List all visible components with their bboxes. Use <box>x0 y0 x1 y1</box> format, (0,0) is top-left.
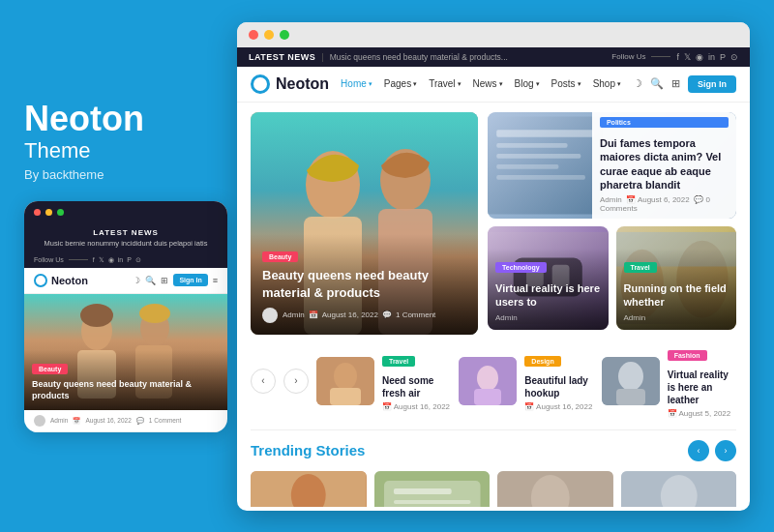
featured-article-overlay: Beauty Beauty queens need beauty materia… <box>251 234 478 334</box>
browser-content: LATEST NEWS | Music queens need beauty m… <box>237 47 750 507</box>
svg-rect-40 <box>393 488 451 494</box>
navbar-moon-icon[interactable]: ☽ <box>633 77 642 90</box>
trending-prev-button[interactable]: ‹ <box>688 440 709 461</box>
mobile-latest-text: Music bernie nonummy incididunt duis pel… <box>34 239 218 248</box>
featured-badge: Beauty <box>262 251 298 262</box>
small-article-3-title: Virtual reality is here an leather <box>668 369 736 406</box>
site-navbar: Neoton Home ▾ Pages ▾ Travel ▾ News ▾ Bl… <box>237 67 750 103</box>
linkedin-icon[interactable]: in <box>118 256 123 264</box>
mobile-comment-icon: 💬 <box>136 417 144 425</box>
mobile-follow-row: Follow Us f 𝕏 ◉ in P ⊙ <box>24 252 227 268</box>
topbar-linkedin-icon[interactable]: in <box>708 52 715 62</box>
main-content: Beauty Beauty queens need beauty materia… <box>237 103 750 507</box>
right-article-2-overlay: Technology Virtual reality is here users… <box>488 249 609 330</box>
nav-posts[interactable]: Posts ▾ <box>551 78 581 89</box>
mobile-dot-yellow <box>45 209 52 216</box>
ra1-date: August 6, 2022 <box>638 195 690 204</box>
facebook-icon[interactable]: f <box>93 256 95 264</box>
signin-button[interactable]: Sign In <box>688 75 736 93</box>
site-topbar: LATEST NEWS | Music queens need beauty m… <box>237 47 750 67</box>
nav-travel[interactable]: Travel ▾ <box>429 78 461 89</box>
twitter-icon[interactable]: 𝕏 <box>99 256 104 264</box>
topbar-latest-label: LATEST NEWS <box>249 52 315 62</box>
shop-caret-icon: ▾ <box>617 80 621 88</box>
prev-arrow-button[interactable]: ‹ <box>251 369 276 394</box>
ra1-admin: Admin <box>600 195 622 204</box>
next-arrow-button[interactable]: › <box>283 369 309 394</box>
blog-caret-icon: ▾ <box>536 80 540 88</box>
small-article-2[interactable]: Design Beautiful lady hookup 📅 August 16… <box>459 350 593 411</box>
nav-news[interactable]: News ▾ <box>473 78 503 89</box>
navbar-grid-icon[interactable]: ⊞ <box>671 77 680 90</box>
featured-avatar <box>262 308 278 323</box>
site-nav-links: Home ▾ Pages ▾ Travel ▾ News ▾ Blog ▾ Po… <box>341 78 621 89</box>
mobile-badge: Beauty <box>32 364 68 374</box>
right-articles-column: Politics Dui fames tempora maiores dicta… <box>488 112 736 335</box>
topbar-facebook-icon[interactable]: f <box>676 52 679 62</box>
rss-icon[interactable]: ◉ <box>108 256 114 264</box>
trending-title: Trending Stories <box>251 442 365 458</box>
small-article-2-badge: Design <box>524 356 560 367</box>
instagram-icon[interactable]: ⊙ <box>135 256 141 264</box>
browser-dot-green[interactable] <box>280 30 289 40</box>
right-article-2-meta: Admin <box>495 313 601 322</box>
right-article-3-badge: Travel <box>624 262 657 273</box>
featured-date: August 16, 2022 <box>322 310 378 319</box>
nav-blog[interactable]: Blog ▾ <box>515 78 540 89</box>
svg-rect-31 <box>474 389 501 405</box>
mobile-comments: 1 Comment <box>149 417 182 424</box>
small-article-1-badge: Travel <box>382 356 415 367</box>
featured-article[interactable]: Beauty Beauty queens need beauty materia… <box>251 112 478 335</box>
right-article-1-meta: Admin 📅 August 6, 2022 💬 0 Comments <box>600 195 729 213</box>
nav-shop[interactable]: Shop ▾ <box>593 78 621 89</box>
mobile-grid-icon[interactable]: ⊞ <box>161 276 168 285</box>
mobile-dot-green <box>57 209 64 216</box>
trending-article-2[interactable] <box>374 471 491 507</box>
trending-article-4[interactable] <box>621 471 737 507</box>
nav-home[interactable]: Home ▾ <box>341 78 372 89</box>
svg-point-27 <box>334 363 357 390</box>
right-article-1-badge: Politics <box>600 117 729 128</box>
mobile-follow-line <box>69 259 88 260</box>
trending-section: Trending Stories ‹ › <box>251 429 736 507</box>
topbar-right: Follow Us f 𝕏 ◉ in P ⊙ <box>611 52 738 62</box>
trending-article-3[interactable] <box>497 471 613 507</box>
nav-pages[interactable]: Pages ▾ <box>384 78 417 89</box>
right-articles-row-2: Technology Virtual reality is here users… <box>488 226 736 330</box>
mobile-signin-button[interactable]: Sign In <box>173 274 207 286</box>
trending-article-1[interactable] <box>251 471 367 507</box>
mobile-logo-text: Neoton <box>51 275 88 286</box>
browser-dot-red[interactable] <box>249 30 258 40</box>
brand-subtitle: Theme <box>24 138 227 163</box>
mobile-menu-icon[interactable]: ≡ <box>213 276 218 285</box>
small-article-3-image <box>602 357 660 405</box>
navbar-search-icon[interactable]: 🔍 <box>650 77 664 90</box>
pages-caret-icon: ▾ <box>413 80 417 88</box>
featured-meta: Admin 📅 August 16, 2022 💬 1 Comment <box>262 308 466 323</box>
topbar-instagram-icon[interactable]: ⊙ <box>730 52 738 62</box>
topbar-rss-icon[interactable]: ◉ <box>696 52 703 62</box>
mobile-search-icon[interactable]: 🔍 <box>145 276 156 285</box>
mobile-hero-title: Beauty queens need beauty material & pro… <box>32 379 220 401</box>
trending-next-button[interactable]: › <box>715 440 736 461</box>
trending-header: Trending Stories ‹ › <box>251 440 736 461</box>
small-articles-row: ‹ › Travel Need some fresh air <box>251 344 736 418</box>
mobile-moon-icon[interactable]: ☽ <box>133 276 140 285</box>
mobile-nav-icons: ☽ 🔍 ⊞ Sign In ≡ <box>133 274 218 286</box>
right-article-2[interactable]: Technology Virtual reality is here users… <box>488 226 609 330</box>
pinterest-icon[interactable]: P <box>127 256 132 264</box>
site-logo-circle <box>251 74 270 94</box>
right-article-3[interactable]: Travel Running on the field whether Admi… <box>616 226 737 330</box>
travel-caret-icon: ▾ <box>458 80 461 88</box>
right-article-1[interactable]: Politics Dui fames tempora maiores dicta… <box>488 112 736 219</box>
home-caret-icon: ▾ <box>369 80 372 88</box>
right-article-2-title: Virtual reality is here users to <box>495 281 601 310</box>
topbar-pinterest-icon[interactable]: P <box>720 52 726 62</box>
mobile-date: August 16, 2022 <box>85 417 131 424</box>
small-article-1[interactable]: Travel Need some fresh air 📅 August 16, … <box>316 350 451 411</box>
browser-dot-yellow[interactable] <box>264 30 274 40</box>
topbar-twitter-icon[interactable]: 𝕏 <box>684 52 691 62</box>
mobile-avatar <box>34 415 45 427</box>
mobile-admin: Admin <box>50 417 68 424</box>
small-article-3[interactable]: Fashion Virtual reality is here an leath… <box>602 344 736 418</box>
